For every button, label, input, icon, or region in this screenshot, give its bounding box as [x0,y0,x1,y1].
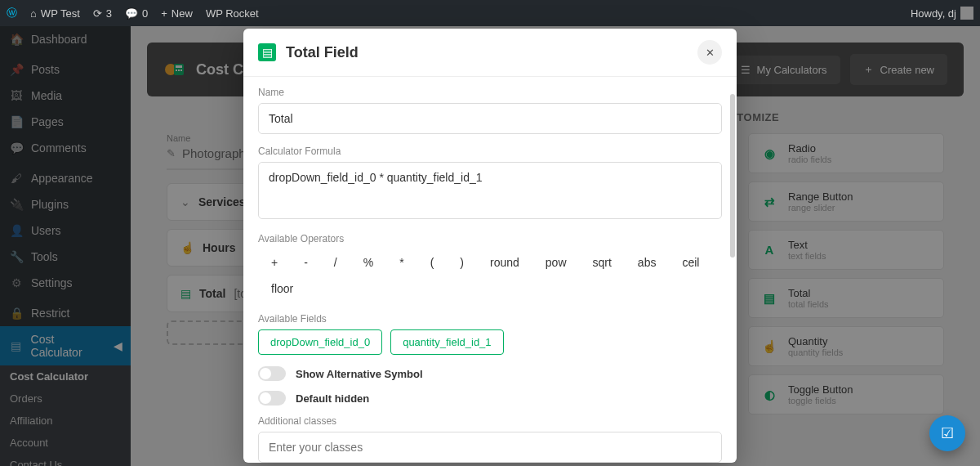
modal-scrollbar[interactable] [730,94,735,258]
operator-button[interactable]: round [477,249,532,276]
operator-button[interactable]: floor [258,276,306,302]
operator-button[interactable]: + [258,249,291,276]
comment-icon: 💬 [125,7,138,20]
operator-button[interactable]: ceil [669,249,712,276]
alt-symbol-label: Show Alternative Symbol [296,368,423,380]
new-link[interactable]: +New [154,0,199,26]
operator-button[interactable]: ) [447,249,477,276]
wp-rocket-link[interactable]: WP Rocket [199,0,265,26]
comments-link[interactable]: 💬0 [118,0,154,26]
operator-button[interactable]: abs [625,249,670,276]
default-hidden-toggle[interactable] [258,391,286,406]
updates-link[interactable]: ⟳3 [87,0,118,26]
operator-button[interactable]: * [386,249,416,276]
wordpress-icon: ⓦ [7,6,17,20]
avatar [960,7,973,20]
operator-button[interactable]: ( [417,249,448,276]
close-icon: ✕ [706,47,715,59]
modal-title: Total Field [286,44,359,61]
howdy-link[interactable]: Howdy, dj [904,0,980,26]
available-field-chip[interactable]: quantity_field_id_1 [390,329,503,355]
site-name-link[interactable]: ⌂WP Test [24,0,87,26]
operator-button[interactable]: pow [532,249,580,276]
default-hidden-label: Default hidden [296,392,369,405]
checklist-icon: ☑ [941,424,954,442]
home-icon: ⌂ [30,7,37,20]
operator-button[interactable]: - [291,249,321,276]
field-name-input[interactable] [258,103,722,134]
fields-label: Available Fields [258,313,722,325]
total-field-modal: ▤ Total Field ✕ Name Calculator Formula … [243,29,737,463]
operator-button[interactable]: sqrt [580,249,625,276]
formula-label: Calculator Formula [258,146,722,157]
wp-admin-bar: ⓦ ⌂WP Test ⟳3 💬0 +New WP Rocket Howdy, d… [0,0,980,26]
operator-button[interactable]: / [321,249,350,276]
operators-label: Available Operators [258,233,722,244]
plus-icon: + [161,7,167,20]
wp-logo[interactable]: ⓦ [0,0,24,26]
formula-textarea[interactable] [258,162,722,219]
name-label: Name [258,87,722,98]
total-icon: ▤ [258,43,276,61]
updates-icon: ⟳ [93,7,102,20]
alt-symbol-toggle[interactable] [258,366,286,381]
operator-button[interactable]: % [350,249,386,276]
available-field-chip[interactable]: dropDown_field_id_0 [258,329,382,355]
close-button[interactable]: ✕ [697,40,722,65]
help-float-button[interactable]: ☑ [929,415,965,451]
additional-classes-label: Additional classes [258,415,722,427]
additional-classes-input[interactable] [258,432,722,463]
